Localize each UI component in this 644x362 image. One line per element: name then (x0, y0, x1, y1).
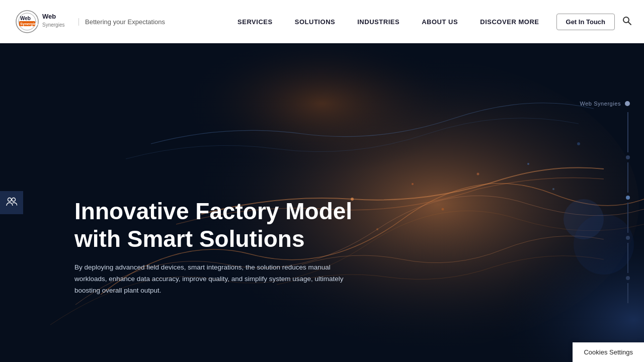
svg-point-16 (477, 173, 479, 175)
svg-text:Web: Web (20, 16, 31, 21)
nav-item-discover-more[interactable]: DISCOVER MORE (469, 18, 550, 26)
svg-point-23 (552, 188, 554, 190)
get-in-touch-button[interactable]: Get In Touch (556, 14, 615, 30)
hero-section: Innovative Factory Model with Smart Solu… (0, 43, 644, 362)
side-nav-text: Web Synergies (580, 101, 621, 107)
search-icon[interactable] (622, 16, 632, 28)
side-dots (626, 111, 630, 305)
nav-item-services[interactable]: SERVICES (226, 18, 284, 26)
nav-item-about-us[interactable]: ABOUT US (411, 18, 469, 26)
side-dot-circle-2[interactable] (626, 196, 630, 200)
team-icon (6, 197, 17, 209)
side-nav-label: Web Synergies (580, 101, 630, 107)
svg-text:Web: Web (42, 13, 56, 20)
side-dot-4 (627, 243, 628, 273)
side-dot-3 (627, 203, 628, 233)
left-fab-button[interactable] (0, 191, 23, 214)
side-navigation: Web Synergies (580, 43, 630, 362)
hero-title-line1: Innovative Factory Model (74, 198, 352, 224)
svg-point-15 (412, 183, 414, 185)
header: Web Synergies Web Synergies Bettering yo… (0, 0, 644, 43)
nav-item-industries[interactable]: INDUSTRIES (346, 18, 411, 26)
nav-item-solutions[interactable]: SOLUTIONS (284, 18, 347, 26)
svg-point-27 (12, 198, 16, 201)
hero-title-line2: with Smart Solutions (74, 226, 304, 252)
svg-point-21 (376, 228, 378, 230)
logo-area: Web Synergies Web Synergies Bettering yo… (12, 9, 165, 35)
logo-tagline: Bettering your Expectations (78, 18, 165, 26)
svg-text:Synergies: Synergies (20, 22, 38, 26)
logo: Web Synergies Web Synergies (12, 9, 72, 35)
side-dot-circle-1[interactable] (626, 155, 630, 159)
svg-line-9 (628, 22, 631, 25)
side-dot-circle-3[interactable] (626, 236, 630, 240)
side-nav-active-dot (625, 101, 630, 106)
cookies-settings-bar[interactable]: Cookies Settings (573, 342, 644, 362)
side-dot-1 (627, 112, 628, 152)
svg-point-22 (442, 208, 444, 211)
side-dot-2 (627, 162, 628, 193)
side-dot-5 (627, 283, 628, 303)
hero-subtitle: By deploying advanced field devices, sma… (74, 262, 346, 297)
svg-text:Synergies: Synergies (42, 22, 64, 28)
svg-point-26 (8, 198, 12, 201)
hero-content: Innovative Factory Model with Smart Solu… (74, 198, 352, 297)
cookies-label: Cookies Settings (584, 348, 633, 356)
hero-title: Innovative Factory Model with Smart Solu… (74, 198, 352, 253)
side-dot-circle-4[interactable] (626, 276, 630, 280)
main-nav: SERVICES SOLUTIONS INDUSTRIES ABOUT US D… (226, 14, 632, 30)
svg-point-18 (527, 163, 529, 165)
